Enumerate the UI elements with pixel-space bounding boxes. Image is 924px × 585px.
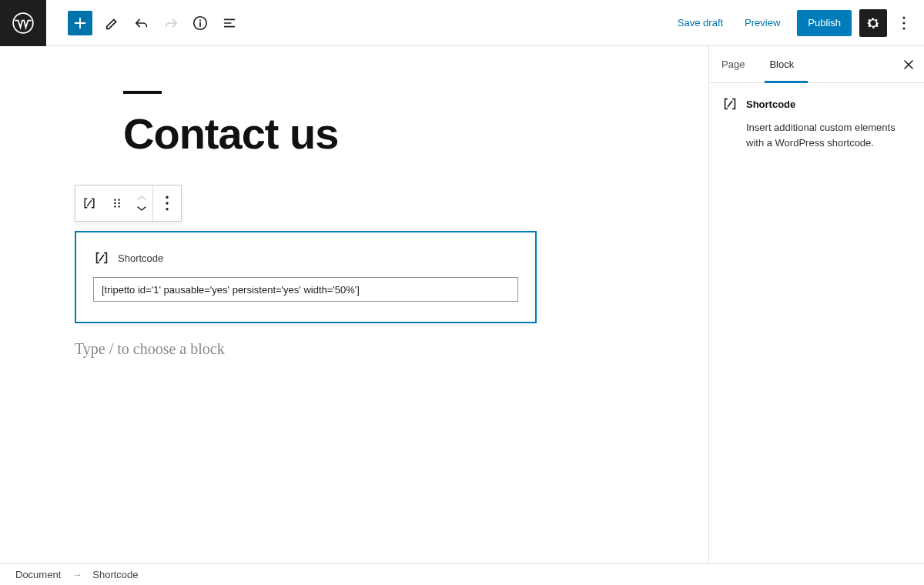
block-panel-description: Insert additional custom elements with a… xyxy=(721,120,912,150)
drag-handle-icon xyxy=(112,198,122,209)
svg-point-0 xyxy=(13,13,33,33)
block-drag-handle[interactable] xyxy=(103,186,131,221)
preview-button[interactable]: Preview xyxy=(735,9,789,37)
tab-block[interactable]: Block xyxy=(757,46,806,83)
breadcrumb-separator-icon: → xyxy=(72,569,82,580)
svg-point-13 xyxy=(166,202,168,204)
pencil-icon xyxy=(104,15,121,32)
more-menu-button[interactable] xyxy=(890,9,918,37)
shortcode-input[interactable] xyxy=(93,277,518,302)
edit-mode-button[interactable] xyxy=(99,9,126,37)
shortcode-block-label: Shortcode xyxy=(118,252,163,264)
list-view-icon xyxy=(221,15,238,32)
move-up-button xyxy=(136,192,147,203)
svg-point-8 xyxy=(114,202,116,204)
svg-point-14 xyxy=(166,208,168,210)
undo-icon xyxy=(133,15,150,32)
gear-icon xyxy=(865,15,882,32)
move-down-button[interactable] xyxy=(136,203,147,214)
close-icon xyxy=(903,59,914,70)
editor-canvas[interactable]: Contact us xyxy=(0,46,708,563)
close-sidebar-button[interactable] xyxy=(893,46,924,83)
title-separator xyxy=(123,91,162,94)
document-info-button[interactable] xyxy=(186,9,214,37)
shortcode-icon xyxy=(721,95,738,112)
svg-point-10 xyxy=(114,206,116,207)
redo-button xyxy=(157,9,185,37)
document-outline-button[interactable] xyxy=(216,9,243,37)
block-toolbar xyxy=(75,185,182,222)
block-panel: Shortcode Insert additional custom eleme… xyxy=(709,83,924,162)
redo-icon xyxy=(162,15,179,32)
settings-button[interactable] xyxy=(859,9,887,37)
svg-point-2 xyxy=(199,19,201,21)
wordpress-logo[interactable] xyxy=(0,0,46,46)
svg-point-7 xyxy=(118,199,119,200)
active-tab-indicator xyxy=(765,81,808,83)
block-mover xyxy=(131,189,152,217)
svg-point-4 xyxy=(902,22,905,24)
save-draft-button[interactable]: Save draft xyxy=(668,9,732,37)
svg-point-3 xyxy=(902,16,905,18)
chevron-down-icon xyxy=(136,205,147,212)
sidebar-tabs: Page Block xyxy=(709,46,924,83)
publish-button[interactable]: Publish xyxy=(797,10,852,36)
plus-icon xyxy=(72,15,89,32)
page-title[interactable]: Contact us xyxy=(123,112,585,155)
kebab-icon xyxy=(159,196,175,211)
tab-page[interactable]: Page xyxy=(709,46,757,83)
add-block-button[interactable] xyxy=(68,11,92,35)
info-icon xyxy=(192,15,209,32)
wordpress-icon xyxy=(12,12,34,34)
breadcrumb-current[interactable]: Shortcode xyxy=(92,569,138,580)
kebab-icon xyxy=(902,16,906,30)
chevron-up-icon xyxy=(136,194,147,202)
shortcode-icon xyxy=(93,249,110,266)
block-inserter-prompt[interactable]: Type / to choose a block xyxy=(75,340,537,358)
undo-button[interactable] xyxy=(128,9,156,37)
settings-sidebar: Page Block Shortcode Insert additional c… xyxy=(708,46,924,563)
breadcrumb-root[interactable]: Document xyxy=(15,569,61,580)
svg-point-5 xyxy=(902,27,905,29)
svg-point-12 xyxy=(166,196,168,199)
svg-point-11 xyxy=(118,206,119,207)
breadcrumb: Document → Shortcode xyxy=(0,563,924,585)
block-more-options[interactable] xyxy=(153,186,181,221)
block-type-button[interactable] xyxy=(75,186,103,221)
shortcode-block[interactable]: Shortcode xyxy=(75,231,537,323)
svg-point-6 xyxy=(114,199,116,200)
svg-point-9 xyxy=(118,202,119,204)
block-panel-title: Shortcode xyxy=(746,99,795,110)
editor-toolbar: Save draft Preview Publish xyxy=(46,0,924,46)
shortcode-icon xyxy=(82,196,97,211)
